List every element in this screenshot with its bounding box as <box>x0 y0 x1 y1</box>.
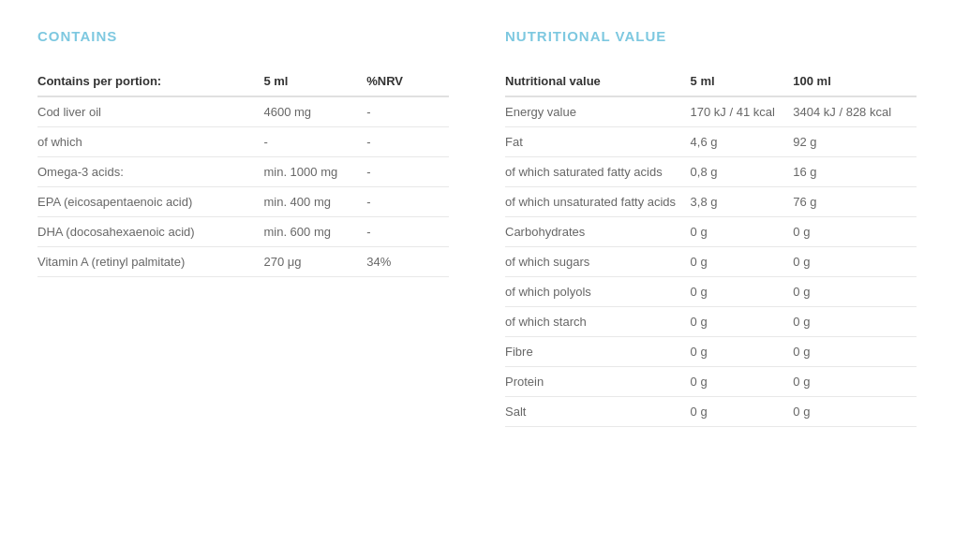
nutritional-row-100ml: 0 g <box>793 367 917 397</box>
nutritional-header-5ml: 5 ml <box>691 66 794 96</box>
contains-header-nrv: %NRV <box>366 66 449 96</box>
nutritional-row-label: Salt <box>505 397 691 427</box>
contains-row: DHA (docosahexaenoic acid) min. 600 mg - <box>37 217 449 247</box>
contains-row-nrv: - <box>366 157 449 187</box>
contains-table: Contains per portion: 5 ml %NRV Cod live… <box>37 66 449 277</box>
contains-header-label: Contains per portion: <box>37 66 263 96</box>
nutritional-row: Salt 0 g 0 g <box>505 397 917 427</box>
nutritional-row: Protein 0 g 0 g <box>505 367 917 397</box>
nutritional-row-100ml: 76 g <box>793 187 917 217</box>
nutritional-row-100ml: 3404 kJ / 828 kcal <box>793 96 917 127</box>
nutritional-row-label: Fat <box>505 127 691 157</box>
contains-row-5ml: min. 400 mg <box>263 187 366 217</box>
nutritional-row: Fibre 0 g 0 g <box>505 337 917 367</box>
contains-row-label: EPA (eicosapentaenoic acid) <box>37 187 263 217</box>
nutritional-row: Energy value 170 kJ / 41 kcal 3404 kJ / … <box>505 96 917 127</box>
nutritional-row-100ml: 0 g <box>793 217 917 247</box>
nutritional-header-100ml: 100 ml <box>793 66 917 96</box>
nutritional-row-5ml: 0 g <box>691 337 794 367</box>
nutritional-row-5ml: 3,8 g <box>691 187 794 217</box>
nutritional-row-label: Protein <box>505 367 691 397</box>
contains-row-5ml: 4600 mg <box>263 96 366 127</box>
contains-title: CONTAINS <box>37 28 449 44</box>
nutritional-row: Fat 4,6 g 92 g <box>505 127 917 157</box>
contains-row-nrv: 34% <box>366 247 449 277</box>
nutritional-row-100ml: 0 g <box>793 247 917 277</box>
nutritional-row-5ml: 0 g <box>691 217 794 247</box>
nutritional-row-100ml: 16 g <box>793 157 917 187</box>
nutritional-row: Carbohydrates 0 g 0 g <box>505 217 917 247</box>
nutritional-row: of which unsaturated fatty acids 3,8 g 7… <box>505 187 917 217</box>
contains-row: Omega-3 acids: min. 1000 mg - <box>37 157 449 187</box>
contains-row-label: of which <box>37 127 263 157</box>
nutritional-row-5ml: 0 g <box>691 307 794 337</box>
nutritional-row: of which saturated fatty acids 0,8 g 16 … <box>505 157 917 187</box>
contains-row-5ml: 270 μg <box>263 247 366 277</box>
nutritional-row-label: Fibre <box>505 337 691 367</box>
nutritional-row-label: of which starch <box>505 307 691 337</box>
nutritional-row-5ml: 0,8 g <box>691 157 794 187</box>
nutritional-row: of which polyols 0 g 0 g <box>505 277 917 307</box>
nutritional-table: Nutritional value 5 ml 100 ml Energy val… <box>505 66 917 427</box>
contains-header-5ml: 5 ml <box>263 66 366 96</box>
contains-row-nrv: - <box>366 187 449 217</box>
nutritional-row: of which sugars 0 g 0 g <box>505 247 917 277</box>
nutritional-row-label: of which polyols <box>505 277 691 307</box>
nutritional-row-5ml: 0 g <box>691 277 794 307</box>
nutritional-row-5ml: 0 g <box>691 367 794 397</box>
contains-row-5ml: min. 600 mg <box>263 217 366 247</box>
contains-row: EPA (eicosapentaenoic acid) min. 400 mg … <box>37 187 449 217</box>
contains-row: of which - - <box>37 127 449 157</box>
contains-section: CONTAINS Contains per portion: 5 ml %NRV… <box>37 28 449 427</box>
nutritional-title: NUTRITIONAL VALUE <box>505 28 917 44</box>
nutritional-row-label: of which sugars <box>505 247 691 277</box>
contains-row-nrv: - <box>366 217 449 247</box>
nutritional-row-label: of which unsaturated fatty acids <box>505 187 691 217</box>
contains-row-label: Vitamin A (retinyl palmitate) <box>37 247 263 277</box>
nutritional-row: of which starch 0 g 0 g <box>505 307 917 337</box>
contains-row: Vitamin A (retinyl palmitate) 270 μg 34% <box>37 247 449 277</box>
nutritional-row-label: Carbohydrates <box>505 217 691 247</box>
contains-row-5ml: min. 1000 mg <box>263 157 366 187</box>
contains-row-label: DHA (docosahexaenoic acid) <box>37 217 263 247</box>
contains-row-label: Omega-3 acids: <box>37 157 263 187</box>
contains-row: Cod liver oil 4600 mg - <box>37 96 449 127</box>
nutritional-row-label: Energy value <box>505 96 691 127</box>
contains-row-nrv: - <box>366 96 449 127</box>
nutritional-row-100ml: 92 g <box>793 127 917 157</box>
nutritional-header-label: Nutritional value <box>505 66 691 96</box>
contains-row-label: Cod liver oil <box>37 96 263 127</box>
nutritional-row-100ml: 0 g <box>793 337 917 367</box>
contains-row-5ml: - <box>263 127 366 157</box>
nutritional-row-label: of which saturated fatty acids <box>505 157 691 187</box>
contains-row-nrv: - <box>366 127 449 157</box>
nutritional-row-5ml: 170 kJ / 41 kcal <box>691 96 794 127</box>
page-layout: CONTAINS Contains per portion: 5 ml %NRV… <box>37 28 917 427</box>
nutritional-row-5ml: 0 g <box>691 247 794 277</box>
nutritional-section: NUTRITIONAL VALUE Nutritional value 5 ml… <box>505 28 917 427</box>
nutritional-row-100ml: 0 g <box>793 397 917 427</box>
nutritional-row-5ml: 4,6 g <box>691 127 794 157</box>
nutritional-row-5ml: 0 g <box>691 397 794 427</box>
nutritional-row-100ml: 0 g <box>793 307 917 337</box>
nutritional-row-100ml: 0 g <box>793 277 917 307</box>
